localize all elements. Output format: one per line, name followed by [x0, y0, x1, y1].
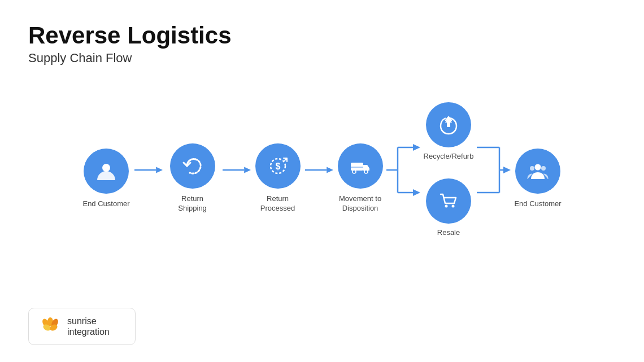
fork-arrows [386, 125, 420, 215]
circle-end-customer-2 [515, 149, 560, 194]
label-return-processed: ReturnProcessed [260, 194, 295, 213]
logo-text: sunrise integration [67, 316, 110, 337]
label-movement-disposition: Movement toDisposition [339, 194, 381, 213]
label-end-customer-2: End Customer [514, 199, 561, 209]
flow-diagram: End Customer Return Shipping [28, 99, 616, 258]
svg-marker-19 [413, 189, 420, 196]
label-end-customer-1: End Customer [82, 199, 129, 209]
arrow-2 [223, 163, 251, 177]
truck-icon [349, 155, 372, 177]
logo-icon [39, 315, 62, 338]
circle-return-processed: $ [255, 143, 301, 189]
node-return-shipping: Return Shipping [167, 143, 218, 213]
page: Reverse Logistics Supply Chain Flow End … [0, 0, 644, 362]
svg-marker-4 [244, 167, 251, 173]
svg-marker-2 [156, 167, 163, 173]
node-end-customer-2: End Customer [514, 149, 561, 209]
page-subtitle: Supply Chain Flow [28, 51, 616, 66]
arrow-icon-3 [305, 163, 333, 177]
svg-rect-9 [351, 163, 363, 171]
recycle-icon [437, 114, 460, 136]
label-recycle-refurb: Recycle/Refurb [424, 152, 474, 162]
svg-point-29 [530, 166, 534, 171]
arrow-3 [305, 163, 333, 177]
circle-end-customer-1 [84, 149, 129, 194]
svg-point-0 [102, 164, 110, 172]
branch-nodes: Recycle/Refurb Resale [424, 102, 474, 238]
join-arrows [477, 125, 511, 215]
circle-recycle-refurb [426, 102, 471, 147]
circle-resale [426, 178, 471, 224]
logo-line2: integration [67, 326, 110, 337]
svg-text:$: $ [275, 162, 280, 171]
dollar-cycle-icon: $ [267, 155, 289, 177]
svg-point-21 [452, 205, 455, 208]
arrow-icon-2 [223, 163, 251, 177]
svg-point-10 [353, 170, 356, 173]
arrow-1 [134, 163, 163, 177]
arrow-icon-1 [134, 163, 163, 177]
node-return-processed: $ ReturnProcessed [255, 143, 301, 213]
label-resale: Resale [437, 228, 460, 238]
group-icon [526, 160, 549, 182]
svg-marker-8 [327, 167, 333, 173]
node-end-customer-1: End Customer [82, 149, 129, 209]
node-resale: Resale [426, 178, 471, 238]
svg-point-30 [541, 166, 546, 171]
join-svg [477, 125, 511, 215]
node-recycle-refurb: Recycle/Refurb [424, 102, 474, 162]
return-icon [181, 155, 204, 177]
logo-line1: sunrise [67, 316, 110, 326]
cart-icon [437, 190, 460, 212]
node-movement-disposition: Movement toDisposition [338, 143, 383, 213]
svg-marker-16 [413, 144, 420, 151]
svg-point-20 [445, 205, 448, 208]
svg-marker-27 [503, 167, 511, 173]
page-title: Reverse Logistics [28, 23, 616, 49]
circle-return-shipping [170, 143, 215, 189]
circle-movement-disposition [338, 143, 383, 189]
fork-svg [386, 125, 420, 215]
svg-point-11 [364, 170, 368, 173]
svg-point-28 [534, 164, 541, 170]
logo-box: sunrise integration [28, 308, 136, 345]
person-icon [95, 160, 118, 182]
label-return-shipping: Return Shipping [167, 194, 218, 213]
